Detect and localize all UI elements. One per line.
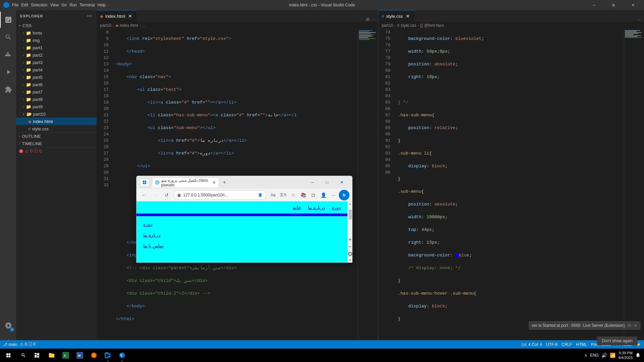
tab-index-html[interactable]: ◈ index.html ✕ [97,10,137,22]
tree-folder-part5[interactable]: › 📁 part5 [16,73,97,81]
breadcrumb-index-html[interactable]: index.html [120,23,138,28]
tree-folder-part4[interactable]: › 📁 part4 [16,66,97,73]
browser-address-bar[interactable]: 127.0.0.1:5500/part10/i... [173,190,266,200]
tree-folder-part7[interactable]: › 📁 part7 [16,88,97,96]
menu-file[interactable]: File [12,3,18,7]
notification-center-button[interactable] [635,352,641,359]
taskbar-word[interactable]: W [73,349,87,362]
tree-file-index-html[interactable]: ◈ index.html [16,118,97,125]
nav-item-about[interactable]: درباره ما [308,205,325,210]
menu-terminal[interactable]: Terminal [79,3,95,7]
tree-folder-part10[interactable]: ▾ 📂 part10 [16,110,97,118]
line-ending-status[interactable]: CRLF [561,342,572,347]
outline-section[interactable]: › OUTLINE [16,132,97,140]
split-editor-button[interactable]: ⊞ [366,17,370,22]
menu-run[interactable]: Run [69,3,77,7]
wifi-icon[interactable]: 📶 [610,353,615,358]
start-button[interactable] [0,349,17,362]
sidebar-more-button[interactable]: ··· [87,13,93,19]
browser-new-tab-button[interactable]: + [220,178,228,186]
breadcrumb-part10-right[interactable]: part10 [382,23,393,28]
volume-icon[interactable]: 🔊 [601,353,607,358]
taskbar-firefox[interactable] [87,349,101,362]
menu-edit[interactable]: Edit [21,3,28,7]
browser-share-button[interactable]: ⊡ [309,190,318,200]
tree-root-css[interactable]: ▾ CSS [16,22,97,29]
activity-run[interactable] [0,64,16,80]
browser-forward-button[interactable]: → [151,190,160,200]
browser-scrollbar[interactable]: ▲ + − ⚙ ▼ [347,201,352,262]
activity-extensions[interactable] [0,81,16,98]
tray-chevron-button[interactable]: ∧ [584,353,587,358]
browser-profile-button[interactable]: 👤 [319,190,328,200]
activity-explorer[interactable] [0,12,16,28]
activity-search[interactable] [0,29,16,45]
tab-close-button[interactable]: ✕ [405,13,411,19]
taskbar-vscode[interactable] [101,349,115,362]
taskbar-file-explorer[interactable] [45,349,58,362]
taskbar-widget-button[interactable] [30,349,44,362]
language-indicator[interactable]: ENG [590,353,599,358]
close-button[interactable]: ✕ [625,0,641,10]
browser-maximize-button[interactable]: □ [320,178,334,187]
tree-folder-part1[interactable]: › 📁 part1 [16,44,97,51]
submenu-item-course[interactable]: دوره [137,219,347,230]
browser-translate2-button[interactable]: 文A [278,190,288,200]
submenu-item-about[interactable]: درباره ما [137,230,347,240]
nav-item-home[interactable]: خانه [293,205,301,210]
tree-folder-part3[interactable]: › 📁 part3 [16,59,97,66]
breadcrumb-font-face[interactable]: @font-face [424,23,444,28]
bing-copilot-button[interactable]: b [339,190,350,200]
scroll-up-button[interactable]: ▲ [348,201,353,206]
submenu-item-contact[interactable]: تماس با ما [137,240,347,251]
notification-close-button[interactable]: ✕ [634,323,637,328]
breadcrumb-selector[interactable]: {} [420,23,423,28]
minimize-button[interactable]: ─ [586,0,602,10]
browser-favorites-button[interactable]: ☆ [288,190,298,200]
taskbar-edge[interactable]: e [115,349,129,362]
activity-source-control[interactable] [0,47,16,63]
tree-file-style-css[interactable]: # style.css [16,125,97,132]
tree-folder-part8[interactable]: › 📁 part8 [16,96,97,103]
menu-selection[interactable]: Selection [31,3,47,7]
tree-folder-fonts[interactable]: › 📁 fonts [16,29,97,37]
browser-tab-active[interactable]: 🌐 تکمیل مینی پروزه متو class pseudo ✕ [152,177,219,187]
menu-view[interactable]: View [50,3,59,7]
breadcrumb-ellipsis[interactable]: ... [142,23,146,28]
errors-warnings-status[interactable]: ⚠ 0 ⓘ 0 [20,342,35,347]
scroll-down-button[interactable]: ▼ [348,258,353,262]
scroll-thumb[interactable] [348,209,352,220]
tree-folder-part6[interactable]: › 📁 part6 [16,81,97,88]
encoding-status[interactable]: UTF-8 [546,342,557,347]
tree-folder-part2[interactable]: › 📁 part2 [16,51,97,59]
tree-folder-part9[interactable]: › 📁 part9 [16,103,97,110]
taskbar-search-button[interactable] [17,349,30,362]
breadcrumb-part10[interactable]: part10 [100,23,111,28]
browser-close-button[interactable]: ✕ [335,178,349,187]
notification-settings-button[interactable]: ⚙ [628,323,631,328]
scroll-plus-button[interactable]: + [348,236,352,243]
dont-show-again-button[interactable]: Don't show again [597,337,637,345]
nav-item-course[interactable]: دوره [332,205,341,210]
browser-collections-button[interactable]: 📚 [299,190,308,200]
taskbar-time[interactable]: 9:39 PM 4/4/2023 [618,351,633,360]
tab-close-button[interactable]: ✕ [127,13,133,19]
scroll-minus-button[interactable]: − [348,243,352,250]
activity-accounts[interactable]: 1 [0,317,16,334]
browser-translate-button[interactable]: Aa [268,190,278,200]
code-area-right[interactable]: 7475767778798081828384858687888990919293… [378,29,644,343]
browser-minimize-button[interactable]: ─ [305,178,319,187]
more-actions-right-button[interactable]: ··· [638,17,641,22]
browser-back-button[interactable]: ← [139,190,149,200]
scroll-settings-button[interactable]: ⚙ [347,250,353,258]
line-col-status[interactable]: Ln: 4 Col: 4 [522,342,542,347]
code-content-right[interactable]: background-color: blueviolet; width: 50p… [394,29,624,343]
restore-button[interactable]: ⧉ [606,0,621,10]
language-status[interactable]: HTML [576,342,587,347]
menu-help[interactable]: Help [98,3,106,7]
browser-tab-close-button[interactable]: ✕ [212,180,216,185]
more-actions-button[interactable]: ··· [372,17,375,22]
tree-folder-img[interactable]: › 📁 img [16,37,97,44]
taskbar-excel[interactable]: X [59,349,72,362]
timeline-section[interactable]: › TIMELINE [16,140,97,147]
